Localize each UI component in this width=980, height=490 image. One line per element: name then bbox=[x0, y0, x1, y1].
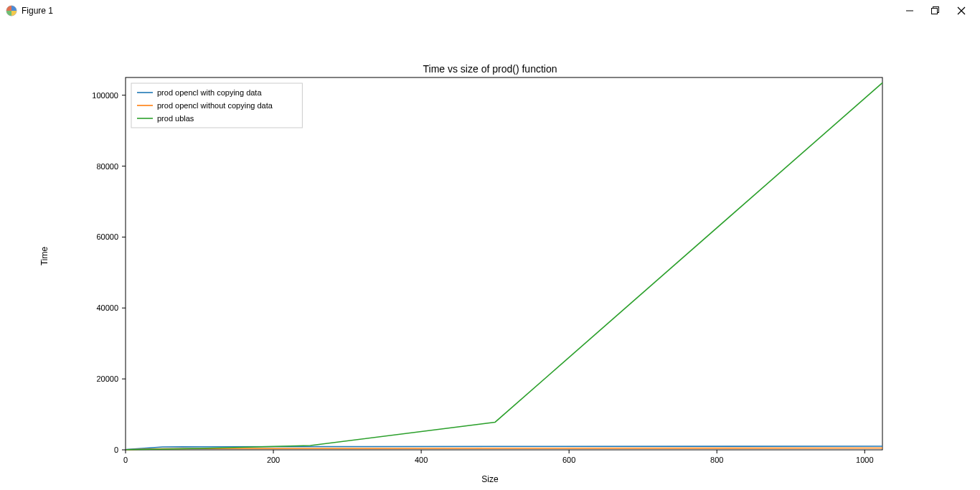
legend-label: prod opencl without copying data bbox=[157, 101, 273, 110]
y-tick-label: 0 bbox=[114, 446, 118, 454]
close-icon[interactable] bbox=[957, 6, 966, 15]
minimize-icon[interactable] bbox=[905, 6, 914, 15]
y-tick-label: 100000 bbox=[92, 91, 118, 100]
maximize-icon[interactable] bbox=[931, 6, 940, 15]
y-tick-label: 60000 bbox=[96, 232, 118, 241]
window-titlebar: Figure 1 bbox=[0, 0, 980, 22]
series-line bbox=[126, 83, 882, 449]
legend-label: prod ublas bbox=[157, 114, 194, 123]
x-tick-label: 0 bbox=[123, 456, 128, 464]
window-controls bbox=[905, 6, 974, 15]
y-tick-label: 20000 bbox=[96, 374, 118, 383]
x-tick-label: 1000 bbox=[856, 456, 873, 464]
x-tick-label: 400 bbox=[415, 456, 428, 464]
svg-rect-3 bbox=[932, 9, 938, 14]
chart-svg: 02004006008001000 0200004000060000800001… bbox=[0, 22, 980, 490]
x-tick-label: 200 bbox=[267, 456, 280, 464]
series-line bbox=[126, 448, 882, 450]
svg-rect-6 bbox=[126, 77, 882, 450]
x-tick-label: 800 bbox=[710, 456, 723, 464]
y-tick-label: 40000 bbox=[96, 303, 118, 312]
figure-area: Time vs size of prod() function Time Siz… bbox=[0, 22, 980, 490]
y-tick-label: 80000 bbox=[96, 162, 118, 171]
app-icon bbox=[6, 5, 17, 17]
legend-label: prod opencl with copying data bbox=[157, 88, 262, 97]
x-tick-label: 600 bbox=[562, 456, 575, 464]
window-title: Figure 1 bbox=[22, 6, 53, 16]
